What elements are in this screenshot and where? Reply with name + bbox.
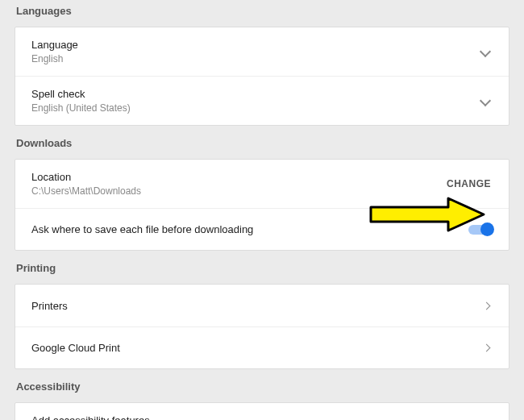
printing-card: Printers Google Cloud Print bbox=[15, 284, 509, 369]
chevron-down-icon bbox=[480, 95, 491, 106]
chevron-right-icon bbox=[483, 301, 491, 310]
spellcheck-value: English (United States) bbox=[31, 102, 481, 114]
change-button[interactable]: CHANGE bbox=[439, 173, 499, 194]
ask-where-title: Ask where to save each file before downl… bbox=[31, 223, 468, 235]
spellcheck-title: Spell check bbox=[31, 88, 481, 100]
location-path: C:\Users\Matt\Downloads bbox=[31, 185, 439, 197]
languages-card: Language English Spell check English (Un… bbox=[15, 27, 509, 126]
chevron-down-icon bbox=[480, 46, 491, 57]
section-title-downloads: Downloads bbox=[15, 126, 509, 159]
cloud-print-row[interactable]: Google Cloud Print bbox=[15, 326, 509, 368]
language-value: English bbox=[31, 53, 481, 64]
language-row[interactable]: Language English bbox=[15, 27, 509, 76]
ask-where-row: Ask where to save each file before downl… bbox=[15, 208, 509, 250]
accessibility-card: Add accessibility features Open Chrome W… bbox=[15, 402, 509, 420]
cloud-print-title: Google Cloud Print bbox=[31, 342, 484, 354]
location-title: Location bbox=[31, 171, 439, 183]
add-accessibility-title: Add accessibility features bbox=[31, 414, 478, 420]
section-title-languages: Languages bbox=[15, 0, 509, 27]
section-title-printing: Printing bbox=[15, 251, 509, 284]
spellcheck-row[interactable]: Spell check English (United States) bbox=[15, 76, 509, 125]
add-accessibility-row[interactable]: Add accessibility features Open Chrome W… bbox=[15, 403, 509, 420]
download-location-row: Location C:\Users\Matt\Downloads CHANGE bbox=[15, 160, 509, 208]
chevron-right-icon bbox=[483, 344, 491, 352]
printers-row[interactable]: Printers bbox=[15, 285, 509, 326]
section-title-accessibility: Accessibility bbox=[15, 369, 509, 402]
downloads-card: Location C:\Users\Matt\Downloads CHANGE … bbox=[15, 159, 509, 251]
printers-title: Printers bbox=[31, 300, 484, 312]
language-title: Language bbox=[31, 39, 481, 51]
ask-where-toggle[interactable] bbox=[468, 225, 493, 235]
